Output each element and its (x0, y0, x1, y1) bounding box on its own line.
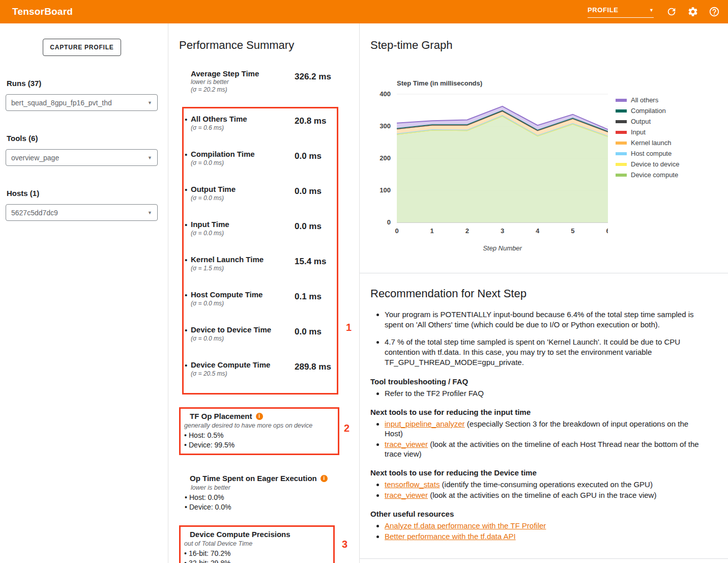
info-icon[interactable]: i (256, 413, 263, 420)
list-item: •Device: 99.5% (182, 440, 335, 450)
bullet-icon: • (185, 291, 187, 299)
bullet-icon: • (183, 493, 189, 502)
tfdata-api-link[interactable]: Better performance with the tf.data API (385, 532, 516, 541)
device-tools-list: tensorflow_stats (identify the time-cons… (385, 480, 704, 500)
stat-text: 16-bit: 70.2% (189, 549, 231, 558)
stat-text: Device: 99.5% (189, 440, 235, 450)
list-item: Analyze tf.data performance with the TF … (385, 521, 704, 530)
metric-label: Host Compute Time (191, 290, 291, 299)
metric-label: Input Time (191, 220, 291, 229)
trace-viewer-link[interactable]: trace_viewer (385, 491, 428, 499)
help-icon (709, 6, 720, 17)
metric-sigma: (σ = 1.5 ms) (191, 265, 291, 272)
y-tick-label: 400 (380, 90, 391, 98)
legend-swatch-icon (616, 174, 627, 177)
legend-label: Output (631, 118, 651, 125)
metric-row: • Host Compute Time(σ = 0.0 ms) 0.1 ms (184, 290, 337, 325)
section-title: Op Time Spent on Eager Execution (190, 473, 317, 483)
x-tick-label: 0 (395, 227, 398, 235)
dashboard-selector[interactable]: PROFILE ▼ (588, 6, 654, 18)
section-note: out of Total Device Time (184, 540, 330, 548)
help-button[interactable] (708, 5, 721, 18)
legend-swatch-icon (616, 120, 627, 123)
metric-row: • Compilation Time(σ = 0.0 ms) 0.0 ms (184, 150, 337, 185)
list-item: trace_viewer (look at the activities on … (385, 439, 704, 459)
legend-item: Host compute (616, 150, 679, 157)
legend-swatch-icon (616, 152, 627, 155)
x-tick-label: 4 (536, 227, 540, 235)
legend-swatch-icon (616, 163, 627, 166)
metric-sigma: (σ = 0.0 ms) (191, 194, 291, 202)
legend-label: Device compute (631, 171, 678, 179)
x-tick-label: 3 (501, 227, 504, 235)
bullet-icon: • (182, 440, 189, 450)
hosts-select-value: 5627c5dd7dc9 (11, 209, 58, 217)
x-tick-label: 5 (571, 227, 574, 235)
input-tools-list: input_pipeline_analyzer (especially Sect… (385, 419, 704, 459)
capture-profile-button[interactable]: CAPTURE PROFILE (43, 39, 121, 56)
bullet-icon: • (185, 361, 187, 370)
app-title: TensorBoard (12, 6, 73, 17)
average-step-time: Average Step Time lower is better (σ = 2… (191, 69, 343, 95)
metric-value: 15.4 ms (295, 257, 326, 267)
step-time-chart: 01002003004000123456 (369, 88, 608, 241)
x-tick-label: 2 (465, 227, 469, 235)
settings-button[interactable] (686, 5, 700, 18)
annotation-box-2: TF Op Placement i generally desired to h… (179, 407, 339, 455)
legend-swatch-icon (616, 109, 627, 112)
metric-label: Device to Device Time (191, 325, 291, 334)
recommendation-title: Recommendation for Next Step (370, 287, 704, 300)
metric-sigma: (σ = 0.0 ms) (191, 335, 291, 342)
list-item: 4.7 % of the total step time sampled is … (385, 337, 704, 368)
trace-viewer-link[interactable]: trace_viewer (385, 440, 428, 448)
metric-label: Output Time (191, 185, 291, 194)
metric-label: Kernel Launch Time (191, 255, 291, 264)
tfdata-performance-link[interactable]: Analyze tf.data performance with the TF … (385, 521, 546, 530)
info-icon[interactable]: i (321, 475, 328, 482)
bullet-icon: • (185, 150, 187, 159)
list-item: Your program is POTENTIALLY input-bound … (385, 309, 704, 330)
y-tick-label: 0 (387, 218, 391, 226)
list-item: •Device: 0.0% (179, 502, 359, 512)
bullet-icon: • (185, 326, 187, 334)
list-item: tensorflow_stats (identify the time-cons… (385, 480, 704, 489)
metric-label: All Others Time (191, 115, 291, 124)
hosts-select[interactable]: 5627c5dd7dc9 ▼ (6, 204, 158, 221)
step-time-graph-title: Step-time Graph (370, 39, 728, 52)
list-item: Better performance with the tf.data API (385, 531, 704, 541)
runs-select[interactable]: bert_squad_8gpu_fp16_pvt_thd ▼ (6, 94, 158, 111)
y-tick-label: 200 (380, 154, 391, 162)
metric-value: 289.8 ms (295, 362, 331, 372)
tensorflow-stats-link[interactable]: tensorflow_stats (385, 480, 440, 489)
metric-sigma: (σ = 0.0 ms) (191, 230, 291, 237)
y-tick-label: 300 (380, 122, 391, 130)
metric-value: 0.0 ms (295, 186, 322, 196)
metric-sigma: (σ = 0.0 ms) (191, 300, 291, 307)
performance-summary-panel: Performance Summary Average Step Time lo… (168, 23, 360, 563)
metric-value: 326.2 ms (295, 72, 331, 82)
link-description: (identify the time-consuming operations … (440, 480, 653, 489)
metric-sigma: (σ = 20.2 ms) (191, 86, 343, 94)
legend-item: Compilation (616, 107, 679, 114)
app-header: TensorBoard PROFILE ▼ (0, 0, 728, 23)
y-tick-label: 100 (380, 186, 391, 194)
section-note: lower is better (191, 484, 359, 492)
input-pipeline-analyzer-link[interactable]: input_pipeline_analyzer (385, 419, 465, 428)
tools-select[interactable]: overview_page ▼ (6, 149, 158, 166)
chevron-down-icon: ▼ (148, 100, 152, 105)
recommendation-section: Recommendation for Next Step Your progra… (360, 281, 728, 542)
device-tools-heading: Next tools to use for reducing the Devic… (370, 468, 704, 477)
metric-label: Compilation Time (191, 150, 291, 159)
annotation-box-3: Device Compute Precisions out of Total D… (179, 525, 335, 563)
chevron-down-icon: ▼ (148, 210, 152, 215)
stat-text: Host: 0.0% (189, 493, 224, 502)
metric-value: 0.0 ms (295, 327, 322, 337)
list-item: input_pipeline_analyzer (especially Sect… (385, 419, 704, 438)
sidebar: CAPTURE PROFILE Runs (37) bert_squad_8gp… (0, 23, 168, 563)
metric-value: 20.8 ms (295, 116, 326, 126)
metric-sigma: (σ = 20.5 ms) (191, 370, 291, 377)
legend-label: Compilation (631, 107, 666, 115)
recommendation-bullets: Your program is POTENTIALLY input-bound … (385, 309, 704, 368)
step-time-panel: Step-time Graph Step Time (in millisecon… (360, 23, 728, 563)
reload-button[interactable] (665, 5, 678, 18)
